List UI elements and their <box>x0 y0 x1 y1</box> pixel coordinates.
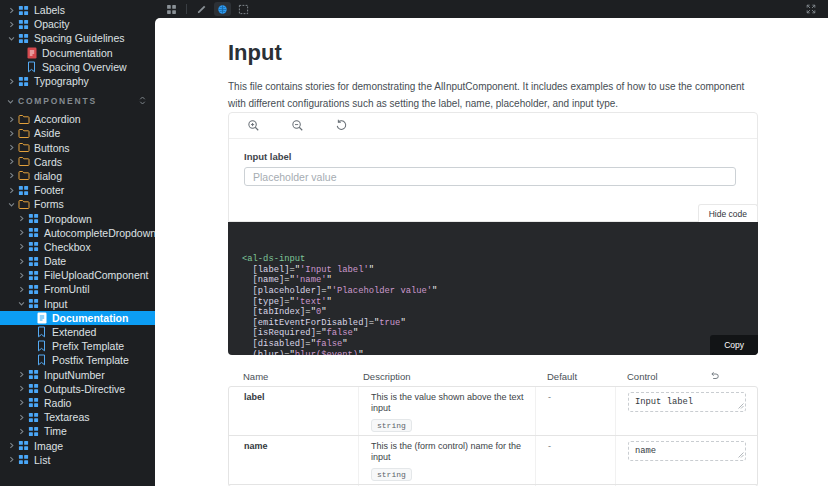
zoom-reset-icon[interactable] <box>334 119 348 133</box>
arg-type-badge: string <box>371 419 412 432</box>
chevron-right-icon[interactable] <box>6 456 16 463</box>
component-icon <box>27 213 40 224</box>
sidebar-item-label: Textareas <box>44 411 90 423</box>
chevron-right-icon[interactable] <box>16 414 26 421</box>
code-line: (blur)="blur($event)" <box>242 350 758 355</box>
bookmark-icon <box>35 326 48 338</box>
copy-button[interactable]: Copy <box>710 335 758 355</box>
code-block: <al-ds-input [label]="'Input label'" [na… <box>228 222 758 355</box>
sidebar-item-time[interactable]: Time <box>0 424 155 438</box>
chevron-right-icon[interactable] <box>6 130 16 137</box>
sidebar-item-label: Documentation <box>52 312 128 324</box>
sidebar-item-list[interactable]: List <box>0 453 155 467</box>
column-header-control: Control <box>627 371 658 382</box>
sidebar-item-extended[interactable]: Extended <box>0 325 155 339</box>
chevron-right-icon[interactable] <box>6 187 16 194</box>
sidebar-item-dialog[interactable]: dialog <box>0 169 155 183</box>
sidebar-item-radio[interactable]: Radio <box>0 396 155 410</box>
sidebar-item-spacing-guidelines[interactable]: Spacing Guidelines <box>0 31 155 45</box>
sidebar-item-textareas[interactable]: Textareas <box>0 410 155 424</box>
sidebar-item-input[interactable]: Input <box>0 297 155 311</box>
sidebar-item-aside[interactable]: Aside <box>0 126 155 140</box>
grid-menu-button[interactable] <box>163 2 180 16</box>
sidebar-item-date[interactable]: Date <box>0 254 155 268</box>
sidebar-item-footer[interactable]: Footer <box>0 183 155 197</box>
code-line: [label]="'Input label'" <box>242 265 758 276</box>
collapse-all-icon[interactable] <box>138 95 147 108</box>
arg-control-input[interactable]: Input label <box>628 392 746 412</box>
sidebar-item-forms[interactable]: Forms <box>0 197 155 211</box>
chevron-right-icon[interactable] <box>16 286 26 293</box>
sidebar-item-spacing-overview[interactable]: Spacing Overview <box>0 60 155 74</box>
sidebar-item-label: Accordion <box>34 113 81 125</box>
sidebar-item-label: Documentation <box>42 47 113 59</box>
component-icon <box>27 426 40 437</box>
brush-icon[interactable] <box>193 2 210 16</box>
chevron-right-icon[interactable] <box>6 21 16 28</box>
chevron-right-icon[interactable] <box>6 78 16 85</box>
arg-description-cell: This is the (form control) name for the … <box>358 436 535 484</box>
sidebar-item-fromuntil[interactable]: FromUntil <box>0 282 155 296</box>
sidebar-item-documentation[interactable]: Documentation <box>0 46 155 60</box>
sidebar-item-label: Footer <box>34 184 64 196</box>
chevron-right-icon[interactable] <box>16 428 26 435</box>
sidebar-item-typography[interactable]: Typography <box>0 74 155 88</box>
component-icon <box>27 383 40 394</box>
sidebar-item-postfix-template[interactable]: Postfix Template <box>0 353 155 367</box>
args-table-rows: labelThis is the value shown above the t… <box>228 386 758 486</box>
reset-controls-icon[interactable] <box>709 371 720 383</box>
chevron-right-icon[interactable] <box>6 442 16 449</box>
zoom-in-icon[interactable] <box>246 119 260 133</box>
sidebar-item-label: Buttons <box>34 142 70 154</box>
chevron-right-icon[interactable] <box>6 158 16 165</box>
sidebar-item-fileuploadcomponent[interactable]: FileUploadComponent <box>0 268 155 282</box>
sidebar-item-prefix-template[interactable]: Prefix Template <box>0 339 155 353</box>
hide-code-button[interactable]: Hide code <box>698 204 758 222</box>
chevron-down-icon[interactable] <box>16 300 26 307</box>
chevron-right-icon[interactable] <box>16 229 26 236</box>
chevron-right-icon[interactable] <box>6 7 16 14</box>
chevron-right-icon[interactable] <box>16 399 26 406</box>
chevron-down-icon[interactable] <box>6 35 16 42</box>
sidebar-item-outputs-directive[interactable]: Outputs-Directive <box>0 382 155 396</box>
docs-canvas: Input This file contains stories for dem… <box>155 18 828 486</box>
arg-control-input[interactable]: name <box>628 441 746 461</box>
sidebar-item-checkbox[interactable]: Checkbox <box>0 240 155 254</box>
chevron-right-icon[interactable] <box>16 243 26 250</box>
folder-icon <box>17 142 30 153</box>
sidebar-item-opacity[interactable]: Opacity <box>0 17 155 31</box>
sidebar-item-image[interactable]: Image <box>0 438 155 452</box>
demo-input[interactable] <box>244 167 736 186</box>
globe-icon[interactable] <box>214 2 231 16</box>
sidebar-section-header[interactable]: COMPONENTS <box>0 94 155 108</box>
sidebar-item-dropdown[interactable]: Dropdown <box>0 211 155 225</box>
chevron-right-icon[interactable] <box>16 215 26 222</box>
chevron-right-icon[interactable] <box>6 172 16 179</box>
sidebar-item-accordion[interactable]: Accordion <box>0 112 155 126</box>
chevron-right-icon[interactable] <box>16 385 26 392</box>
sidebar-item-inputnumber[interactable]: InputNumber <box>0 368 155 382</box>
sidebar-item-autocompletedropdown[interactable]: AutocompleteDropdown <box>0 226 155 240</box>
chevron-down-icon[interactable] <box>6 201 16 208</box>
story-block: Input label Hide code <al-ds-input [labe… <box>228 112 758 355</box>
sidebar-item-label: List <box>34 454 50 466</box>
sidebar-item-buttons[interactable]: Buttons <box>0 141 155 155</box>
arg-default: - <box>535 436 615 484</box>
code-line: [type]="'text'" <box>242 297 758 308</box>
chevron-right-icon[interactable] <box>16 258 26 265</box>
sidebar-item-cards[interactable]: Cards <box>0 155 155 169</box>
component-icon <box>27 270 40 281</box>
component-icon <box>27 412 40 423</box>
zoom-out-icon[interactable] <box>290 119 304 133</box>
chevron-right-icon[interactable] <box>6 116 16 123</box>
doc-red-icon <box>25 47 38 59</box>
fullscreen-icon[interactable] <box>802 2 819 16</box>
sidebar-item-documentation[interactable]: Documentation <box>0 311 155 325</box>
chevron-right-icon[interactable] <box>6 144 16 151</box>
sidebar-item-labels[interactable]: Labels <box>0 3 155 17</box>
outline-icon[interactable] <box>235 2 252 16</box>
sidebar-item-label: Opacity <box>34 18 70 30</box>
chevron-right-icon[interactable] <box>16 272 26 279</box>
chevron-right-icon[interactable] <box>16 371 26 378</box>
story-preview: Input label <box>228 112 758 222</box>
